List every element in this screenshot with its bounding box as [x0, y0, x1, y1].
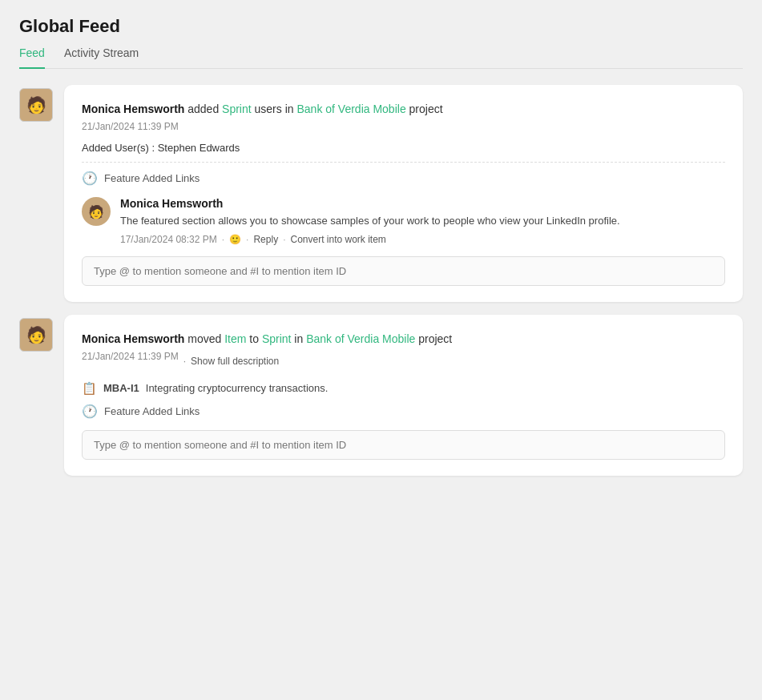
reply-input-2[interactable] [82, 430, 725, 460]
added-users-row: Added User(s) : Stephen Edwards [82, 142, 725, 154]
comment-timestamp-1: 17/Jan/2024 08:32 PM [120, 234, 217, 245]
reply-input-1[interactable] [82, 256, 725, 286]
page-container: Global Feed Feed Activity Stream 🧑 Monic… [0, 0, 762, 492]
project-link-1[interactable]: Bank of Verdia Mobile [296, 103, 405, 115]
feed-item-2: 🧑 Monica Hemsworth moved Item to Sprint … [19, 315, 743, 476]
comment-avatar-1: 🧑 [82, 197, 111, 226]
divider-1 [82, 162, 725, 163]
card-2-header: Monica Hemsworth moved Item to Sprint in… [82, 331, 725, 348]
timestamp-1: 21/Jan/2024 11:39 PM [82, 121, 725, 132]
feed-list: 🧑 Monica Hemsworth added Sprint users in… [19, 85, 743, 476]
comment-block-1: 🧑 Monica Hemsworth The featured section … [82, 197, 725, 245]
avatar-2: 🧑 [19, 318, 53, 352]
avatar-1: 🧑 [19, 88, 53, 122]
sprint-link-2[interactable]: Sprint [262, 332, 292, 345]
added-users-value: Stephen Edwards [158, 142, 240, 154]
reply-link-1[interactable]: Reply [253, 234, 278, 245]
actor-2: Monica Hemsworth [82, 332, 184, 345]
show-desc-2[interactable]: Show full description [191, 356, 279, 367]
page-title: Global Feed [19, 16, 743, 37]
card-2: Monica Hemsworth moved Item to Sprint in… [64, 315, 743, 476]
actor-1: Monica Hemsworth [82, 103, 184, 115]
work-item-icon-2: 📋 [82, 381, 97, 396]
feature-row-2: 🕐 Feature Added Links [82, 404, 725, 419]
tab-feed[interactable]: Feed [19, 46, 45, 69]
comment-author-1: Monica Hemsworth [120, 197, 725, 210]
feature-row-1: 🕐 Feature Added Links [82, 171, 725, 186]
timestamp-2: 21/Jan/2024 11:39 PM [82, 351, 179, 362]
comment-content-1: Monica Hemsworth The featured section al… [120, 197, 725, 245]
card-1-header: Monica Hemsworth added Sprint users in B… [82, 101, 725, 118]
feature-label-1: Feature Added Links [104, 172, 200, 184]
emoji-icon-1[interactable]: 🙂 [229, 234, 241, 245]
sprint-link-1[interactable]: Sprint [222, 103, 252, 115]
work-item-text-2: Integrating cryptocurrency transactions. [146, 382, 329, 394]
tabs-bar: Feed Activity Stream [19, 46, 743, 69]
tab-activity-stream[interactable]: Activity Stream [64, 46, 139, 69]
feature-icon-2: 🕐 [82, 404, 98, 419]
comment-meta-1: 17/Jan/2024 08:32 PM · 🙂 · Reply · Conve… [120, 234, 725, 245]
feed-item-1: 🧑 Monica Hemsworth added Sprint users in… [19, 85, 743, 302]
convert-link-1[interactable]: Convert into work item [290, 234, 385, 245]
feature-icon-1: 🕐 [82, 171, 98, 186]
feature-label-2: Feature Added Links [104, 405, 200, 417]
item-link-2[interactable]: Item [224, 332, 246, 345]
comment-text-1: The featured section allows you to showc… [120, 213, 725, 229]
work-item-id-2: MBA-I1 [103, 382, 139, 394]
work-item-row-2: 📋 MBA-I1 Integrating cryptocurrency tran… [82, 381, 725, 396]
project-link-2[interactable]: Bank of Verdia Mobile [306, 332, 415, 345]
timestamp-row-2: 21/Jan/2024 11:39 PM · Show full descrip… [82, 351, 725, 372]
card-1: Monica Hemsworth added Sprint users in B… [64, 85, 743, 302]
